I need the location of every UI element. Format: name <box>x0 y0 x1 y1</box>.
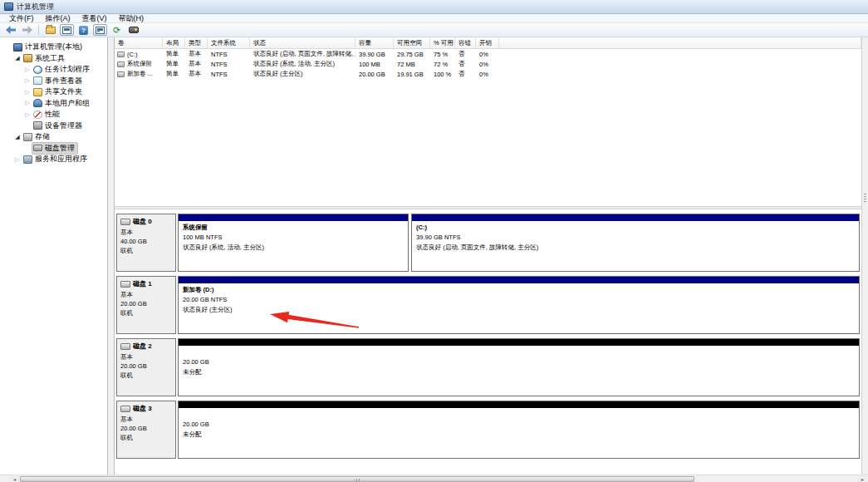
sidebar-item[interactable]: ◢存储 <box>0 131 107 143</box>
sidebar-item-label: 共享文件夹 <box>45 86 82 97</box>
volume-row[interactable]: (C:)简单基本NTFS状态良好 (启动, 页面文件, 故障转储, 主分区)39… <box>115 49 861 59</box>
sidebar-item[interactable]: ▷本地用户和组 <box>0 98 107 110</box>
title-bar: 计算机管理 <box>0 0 868 14</box>
disk-partitions: 新加卷 (D:)20.00 GB NTFS状态良好 (主分区) <box>178 276 860 334</box>
sidebar-item[interactable]: ◢系统工具 <box>0 53 107 65</box>
sidebar-item[interactable]: ▷事件查看器 <box>0 76 107 87</box>
sidebar-item[interactable]: ▷共享文件夹 <box>0 86 107 98</box>
volume-row[interactable]: 新加卷 ...简单基本NTFS状态良好 (主分区)20.00 GB19.91 G… <box>115 69 861 79</box>
volume-cell: NTFS <box>208 71 250 78</box>
partition-title: 系统保留 <box>179 223 408 233</box>
drive-icon <box>120 406 130 412</box>
column-header[interactable]: 可用空间 <box>394 37 430 48</box>
disk-size: 20.00 GB <box>120 362 172 371</box>
sidebar-item[interactable]: 计算机管理(本地) <box>0 42 107 53</box>
sidebar-item-label: 任务计划程序 <box>45 64 90 75</box>
disk-size: 20.00 GB <box>120 299 172 308</box>
partition-status-bar <box>179 214 408 221</box>
show-hide-console-tree-button[interactable] <box>43 24 57 36</box>
column-header[interactable]: % 可用 <box>430 37 455 48</box>
disk-label-box[interactable]: 磁盘 1基本20.00 GB联机 <box>116 276 176 334</box>
expander-icon[interactable]: ◢ <box>13 134 22 140</box>
scrollbar-grip-icon <box>355 479 360 481</box>
disk-label-box[interactable]: 磁盘 0基本40.00 GB联机 <box>116 214 176 272</box>
disk-header: 磁盘 3 <box>120 404 172 413</box>
expander-icon[interactable]: ◢ <box>13 55 22 61</box>
column-header[interactable]: 类型 <box>185 37 208 48</box>
column-header[interactable]: 容量 <box>356 37 394 48</box>
show-hide-action-pane-button[interactable] <box>60 24 74 36</box>
action-pane-splitter[interactable] <box>861 37 868 475</box>
expander-icon[interactable]: ▷ <box>13 156 22 163</box>
expander-icon[interactable]: ▷ <box>23 111 32 118</box>
partition-box[interactable]: 20.00 GB未分配 <box>178 338 860 396</box>
column-header[interactable]: 布局 <box>163 37 185 48</box>
disk-management-icon <box>33 145 42 151</box>
menu-item[interactable]: 帮助(H) <box>113 14 150 23</box>
volume-cell: (C:) <box>115 51 163 58</box>
partition-box[interactable]: 新加卷 (D:)20.00 GB NTFS状态良好 (主分区) <box>178 276 860 334</box>
partition-size-fs: 39.90 GB NTFS <box>412 233 859 243</box>
disk-partitions: 20.00 GB未分配 <box>178 338 860 396</box>
disk-status: 联机 <box>120 308 172 317</box>
disk-block: 磁盘 3基本20.00 GB联机20.00 GB未分配 <box>116 401 860 459</box>
disk-label-box[interactable]: 磁盘 3基本20.00 GB联机 <box>116 401 176 459</box>
rescan-disks-button[interactable] <box>126 24 140 36</box>
volume-list: 卷布局类型文件系统状态容量可用空间% 可用容错开销 (C:)简单基本NTFS状态… <box>115 37 861 206</box>
volume-icon <box>117 71 125 77</box>
sidebar-item[interactable]: ▷任务计划程序 <box>0 64 107 76</box>
partition-box[interactable]: 20.00 GB未分配 <box>178 401 860 459</box>
expander-icon[interactable]: ▷ <box>23 66 32 73</box>
volume-cell: 简单 <box>163 70 185 78</box>
expander-icon[interactable]: ▷ <box>23 77 32 84</box>
menu-item[interactable]: 查看(V) <box>76 14 113 23</box>
sidebar-item[interactable]: 设备管理器 <box>0 120 107 132</box>
volume-cell: 72 MB <box>394 61 430 68</box>
volume-name: 系统保留 <box>127 60 152 68</box>
volume-cell: 100 % <box>430 71 455 78</box>
scroll-left-button[interactable]: ◂ <box>10 476 19 482</box>
volume-cell: 19.91 GB <box>394 71 430 78</box>
volume-cell: 状态良好 (启动, 页面文件, 故障转储, 主分区) <box>250 50 356 58</box>
column-header[interactable]: 文件系统 <box>208 37 250 48</box>
computer-management-window: 计算机管理 文件(F)操作(A)查看(V)帮助(H) ? ⟳ 计算机管理(本地)… <box>0 0 868 482</box>
expander-icon[interactable]: ▷ <box>23 89 32 96</box>
disk-name: 磁盘 1 <box>133 279 152 288</box>
volume-cell: 39.90 GB <box>356 51 394 58</box>
back-button[interactable] <box>3 24 17 36</box>
window-pane-icon <box>96 27 105 34</box>
volume-cell: 100 MB <box>356 61 394 68</box>
partition-status-text: 未分配 <box>179 430 859 440</box>
refresh-button[interactable]: ⟳ <box>110 24 124 36</box>
partition-box[interactable]: (C:)39.90 GB NTFS状态良好 (启动, 页面文件, 故障转储, 主… <box>411 214 860 272</box>
partition-box[interactable]: 系统保留100 MB NTFS状态良好 (系统, 活动, 主分区) <box>178 214 409 272</box>
toolbar: ? ⟳ <box>0 23 868 37</box>
scrollbar-thumb[interactable] <box>20 476 694 482</box>
disk-size: 40.00 GB <box>120 237 172 246</box>
partition-size-fs: 20.00 GB <box>179 420 859 430</box>
column-header[interactable]: 容错 <box>455 37 476 48</box>
volume-cell: 29.75 GB <box>394 51 430 58</box>
sidebar-item-label: 本地用户和组 <box>45 98 90 109</box>
sidebar-item[interactable]: ▷性能 <box>0 109 107 120</box>
horizontal-scrollbar[interactable]: ◂ ▸ <box>0 475 868 482</box>
column-header[interactable]: 状态 <box>250 37 356 48</box>
volume-cell: 基本 <box>185 50 208 58</box>
menu-item[interactable]: 文件(F) <box>3 14 40 23</box>
volume-row[interactable]: 系统保留简单基本NTFS状态良好 (系统, 活动, 主分区)100 MB72 M… <box>115 59 861 69</box>
help-button[interactable]: ? <box>76 24 91 36</box>
sidebar-item[interactable]: ▷服务和应用程序 <box>0 154 107 165</box>
disk-label-box[interactable]: 磁盘 2基本20.00 GB联机 <box>116 338 176 396</box>
scroll-right-button[interactable]: ▸ <box>858 476 867 482</box>
forward-button[interactable] <box>20 24 34 36</box>
expander-icon[interactable]: ▷ <box>23 100 32 106</box>
device-manager-icon <box>33 121 42 130</box>
show-hide-pane-button[interactable] <box>93 24 107 36</box>
sidebar-item[interactable]: 磁盘管理 <box>0 143 107 155</box>
menu-item[interactable]: 操作(A) <box>40 14 76 23</box>
partition-status-text: 状态良好 (启动, 页面文件, 故障转储, 主分区) <box>412 243 859 253</box>
volume-cell: NTFS <box>208 51 250 58</box>
column-header[interactable]: 开销 <box>476 37 499 48</box>
disk-management-panel: 卷布局类型文件系统状态容量可用空间% 可用容错开销 (C:)简单基本NTFS状态… <box>114 37 861 475</box>
column-header[interactable]: 卷 <box>115 37 163 48</box>
